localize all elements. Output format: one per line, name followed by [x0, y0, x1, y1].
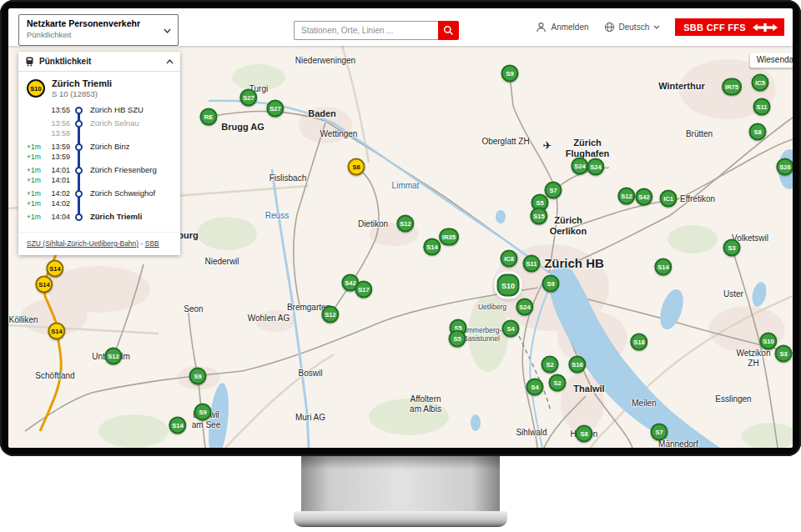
stop-delay: +1m: [27, 212, 45, 222]
line-badge-s2[interactable]: S2: [542, 356, 559, 374]
stop-list: 13:55Zürich HB SZU13:5613:58Zürich Selna…: [18, 103, 180, 232]
line-badge-s8[interactable]: S8: [576, 425, 593, 443]
sbb-logo[interactable]: SBB CFF FFS: [675, 18, 784, 36]
line-badge-s3[interactable]: S3: [723, 239, 741, 257]
map-label-zimmerberg-basistunnel: Zimmerberg- Basistunnel: [461, 327, 502, 344]
stop-name: Zürich Binz: [86, 142, 130, 162]
timeline-node-icon: [73, 142, 86, 162]
line-badge-ir75[interactable]: IR75: [722, 78, 742, 96]
login-button[interactable]: Anmelden: [536, 22, 588, 33]
line-badge-s3[interactable]: S3: [775, 345, 793, 363]
chevron-down-icon: [653, 25, 660, 29]
stop-time: 13:56: [45, 118, 70, 128]
stop-delay: +1m: [27, 165, 45, 175]
punctuality-panel: Pünktlichkeit S10 Zürich Triemli S 10 (1…: [18, 52, 180, 255]
stop-delay: +1m: [27, 152, 45, 162]
map-label-m-nnedorf: Männedorf: [658, 439, 698, 448]
timeline-node-icon: [73, 212, 86, 222]
stop-time: 14:01: [45, 165, 70, 175]
search-input[interactable]: [294, 21, 438, 40]
line-badge-s9[interactable]: S9: [542, 275, 560, 293]
line-badge-ic5[interactable]: IC5: [752, 74, 769, 92]
map-label-wetzikon-zh: Wetzikon ZH: [734, 349, 773, 368]
operator-link[interactable]: SZU (Sihltal-Zürich-Uetliberg-Bahn): [27, 239, 139, 248]
sbb-wordmark: SBB CFF FFS: [683, 23, 746, 33]
line-badge-s11[interactable]: S11: [753, 98, 771, 116]
timeline-node-icon: [73, 105, 86, 115]
map-label-reuss: Reuss: [265, 211, 289, 221]
stop-time: 14:01: [45, 175, 70, 185]
search-icon: [443, 25, 454, 36]
stop-delay: +1m: [27, 142, 45, 152]
map-label-sch-ftland: Schöftland: [35, 371, 74, 381]
line-badge-ir35[interactable]: IR35: [439, 228, 459, 246]
train-info: Zürich Triemli S 10 (12853): [52, 78, 112, 98]
search-button[interactable]: [438, 21, 459, 40]
line-badge-s9[interactable]: S9: [194, 404, 212, 421]
stop-times: +1m14:04: [27, 212, 70, 222]
line-badge-s9[interactable]: S9: [501, 65, 519, 83]
map-label-limmat: Limmat: [392, 181, 420, 191]
map-label-wohlen-ag: Wohlen AG: [248, 314, 290, 324]
collapse-icon[interactable]: [166, 59, 174, 64]
train-name: Zürich Triemli: [52, 78, 112, 88]
stop-name: Zürich Schweighof: [86, 188, 155, 208]
map-label-k-lliken: Kölliken: [8, 315, 38, 325]
line-badge-ic1[interactable]: IC1: [660, 190, 678, 208]
line-badge-ic8[interactable]: IC8: [501, 250, 518, 268]
map-label-uetliberg: Uetliberg: [478, 304, 506, 312]
line-badge-s10[interactable]: S10: [497, 274, 520, 297]
stop-times: 13:55: [27, 105, 70, 115]
line-badge-s11[interactable]: S11: [523, 255, 541, 273]
header-actions: Anmelden Deutsch SBB CFF FFS: [536, 8, 784, 46]
line-badge-s6[interactable]: S6: [348, 158, 365, 176]
stop-delay: +1m: [27, 175, 45, 185]
line-badge-s8[interactable]: S8: [749, 123, 767, 141]
stop-times: +1m13:59+1m13:59: [27, 142, 70, 162]
stop-name: Zürich Selnau: [86, 118, 139, 138]
stop-row-z-rich-binz[interactable]: +1m13:59+1m13:59Zürich Binz: [18, 142, 180, 165]
line-badge-re[interactable]: RE: [200, 108, 218, 126]
line-badge-s7[interactable]: S7: [545, 182, 562, 199]
line-badge-s7[interactable]: S7: [651, 424, 668, 441]
train-icon: [25, 57, 34, 67]
line-badge-s4[interactable]: S4: [526, 379, 544, 396]
map-label-boswil: Boswil: [299, 369, 323, 379]
stop-delay: [27, 118, 45, 128]
panel-title: Pünktlichkeit: [39, 57, 91, 66]
map-label-effretikon: Effretikon: [680, 194, 715, 204]
stop-row-z-rich-hb-szu[interactable]: 13:55Zürich HB SZU: [18, 105, 180, 118]
line-badge-s26[interactable]: S26: [776, 158, 793, 176]
stop-row-z-rich-triemli[interactable]: +1m14:04Zürich Triemli: [18, 212, 180, 225]
map-label-meilen: Meilen: [632, 399, 656, 409]
timeline-node-icon: [73, 165, 86, 185]
stop-row-z-rich-schweighof[interactable]: +1m14:02+1m14:02Zürich Schweighof: [18, 188, 180, 212]
stop-delay: +1m: [27, 198, 45, 208]
map-label-uster: Uster: [723, 289, 743, 299]
stop-times: +1m14:01+1m14:01: [27, 165, 70, 185]
timeline-node-icon: [73, 118, 86, 138]
line-badge-s2[interactable]: S2: [549, 374, 567, 392]
language-selector[interactable]: Deutsch: [604, 22, 661, 33]
stop-time: 13:55: [45, 105, 70, 115]
sbb-arrows-icon: [753, 22, 778, 33]
map-type-dropdown[interactable]: Netzkarte Personenverkehr Pünktlichkeit: [18, 14, 179, 46]
map-label-sihlwald: Sihlwald: [516, 428, 547, 438]
stop-time: 13:59: [45, 142, 70, 152]
map-label-oberglatt-zh: Oberglatt ZH: [481, 137, 529, 147]
line-badge-s5[interactable]: S5: [449, 330, 466, 348]
stop-time: 14:02: [45, 198, 70, 208]
line-badge-s9[interactable]: S9: [189, 368, 207, 385]
monitor-stand-neck: [301, 456, 500, 513]
selected-train: S10 Zürich Triemli S 10 (12853): [18, 72, 180, 103]
map-label-wiesendangen: Wiesendangen: [750, 53, 793, 68]
map-label-esslingen: Esslingen: [715, 394, 751, 404]
stop-row-z-rich-friesenberg[interactable]: +1m14:01+1m14:01Zürich Friesenberg: [18, 165, 180, 188]
map-label-dietikon: Dietikon: [358, 219, 388, 229]
stop-times: +1m14:02+1m14:02: [27, 188, 70, 208]
desktop-background: NiederweningenTurgiBadenBrugg AGWettinge…: [0, 0, 801, 532]
panel-footer: SZU (Sihltal-Zürich-Uetliberg-Bahn) - SB…: [18, 232, 180, 255]
stop-row-z-rich-selnau[interactable]: 13:5613:58Zürich Selnau: [18, 118, 180, 142]
sbb-link[interactable]: SBB: [145, 239, 159, 248]
line-badge-s4[interactable]: S4: [502, 320, 520, 338]
